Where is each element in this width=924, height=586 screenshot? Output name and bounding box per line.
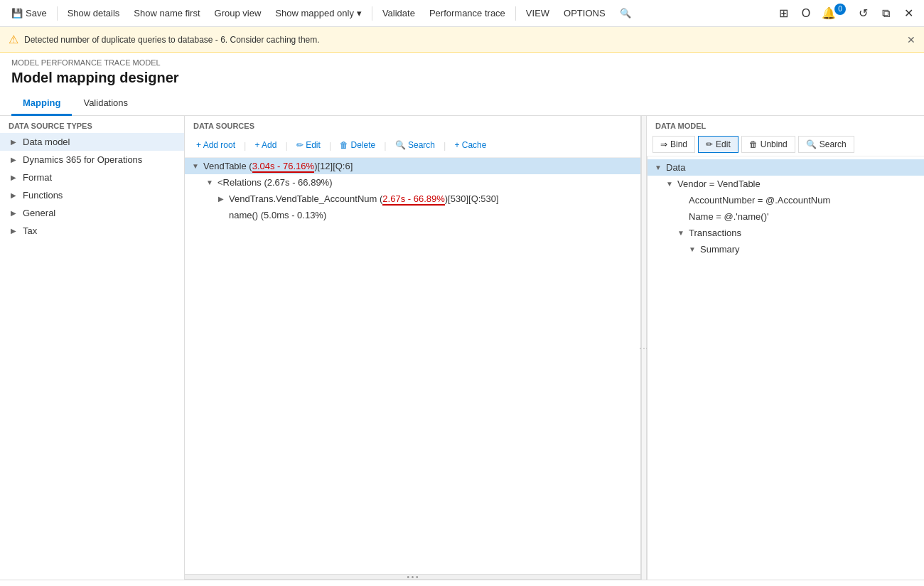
- item-label: Format: [23, 172, 52, 183]
- sidebar-item-functions[interactable]: ▶ Functions: [0, 186, 184, 204]
- separator: [515, 6, 516, 21]
- dm-node-name[interactable]: Name = @.'name()': [648, 208, 924, 225]
- ds-node-vendtable[interactable]: ▼ VendTable (3.04s - 76.16%)[12][Q:6]: [185, 158, 640, 174]
- options-button[interactable]: OPTIONS: [558, 5, 611, 21]
- grid-icon[interactable]: ⊞: [773, 4, 793, 23]
- ds-node-vendtrans[interactable]: ▶ VendTrans.VendTable_AccountNum (2.67s …: [185, 191, 640, 207]
- ds-node-name[interactable]: name() (5.0ms - 0.13%): [185, 207, 640, 223]
- sidebar-item-general[interactable]: ▶ General: [0, 204, 184, 222]
- dm-node-summary[interactable]: ▼ Summary: [648, 241, 924, 257]
- search-icon: 🔍: [620, 8, 631, 18]
- delete-button[interactable]: 🗑 Delete: [334, 137, 381, 153]
- item-label: Functions: [23, 190, 63, 201]
- close-icon[interactable]: ✕: [898, 4, 918, 23]
- expand-icon: ▶: [9, 137, 18, 147]
- vertical-drag-handle[interactable]: • • •: [185, 574, 640, 580]
- bind-button[interactable]: ⇒ Bind: [652, 136, 695, 153]
- item-label: Dynamics 365 for Operations: [23, 154, 142, 165]
- search-ds-button[interactable]: 🔍 Search: [390, 137, 441, 153]
- ds-node-relations[interactable]: ▼ <Relations (2.67s - 66.89%): [185, 174, 640, 191]
- show-mapped-only-button[interactable]: Show mapped only ▾: [269, 5, 367, 21]
- data-model-tree: ▼ Data ▼ Vendor = VendTable AccountNumbe…: [647, 156, 924, 580]
- expand-icon: ▶: [9, 191, 18, 201]
- warning-close-button[interactable]: ✕: [907, 34, 915, 46]
- notification-badge: 0: [834, 4, 846, 15]
- separator: [57, 6, 58, 21]
- data-model-header: DATA MODEL: [647, 116, 924, 133]
- expand-icon: ▶: [216, 195, 226, 203]
- group-view-button[interactable]: Group view: [209, 5, 267, 21]
- dm-node-vendor[interactable]: ▼ Vendor = VendTable: [648, 176, 924, 192]
- add-root-button[interactable]: + Add root: [190, 137, 241, 153]
- search-dm-icon: 🔍: [806, 139, 817, 149]
- sidebar-item-data-model[interactable]: ▶ Data model: [0, 133, 184, 151]
- dm-node-label: Name = @.'name()': [689, 211, 768, 222]
- ds-node-label: <Relations (2.67s - 66.89%): [217, 177, 333, 188]
- data-source-types-panel: DATA SOURCE TYPES ▶ Data model ▶ Dynamic…: [0, 116, 185, 580]
- search-button[interactable]: 🔍: [614, 5, 637, 21]
- bind-icon: ⇒: [660, 139, 667, 149]
- ds-node-label: VendTrans.VendTable_AccountNum (2.67s - …: [229, 193, 499, 204]
- data-sources-toolbar: + Add root | + Add | ✏ Edit | 🗑 Delete |…: [185, 133, 640, 158]
- drag-dots-icon: • • •: [407, 573, 418, 580]
- validate-button[interactable]: Validate: [377, 5, 421, 21]
- window-controls: ⊞ O 🔔 0 ↺ ⧉ ✕: [773, 4, 918, 23]
- dm-node-label: AccountNumber = @.AccountNum: [689, 195, 830, 206]
- sidebar-item-dynamics365[interactable]: ▶ Dynamics 365 for Operations: [0, 151, 184, 169]
- dm-node-data[interactable]: ▼ Data: [648, 159, 924, 176]
- chevron-down-icon: ▾: [357, 8, 362, 18]
- search-dm-button[interactable]: 🔍 Search: [798, 136, 854, 153]
- collapse-icon: ▼: [205, 179, 215, 186]
- tab-validations[interactable]: Validations: [72, 92, 139, 116]
- expand-icon: ▶: [9, 155, 18, 165]
- expand-icon: ▶: [9, 208, 18, 218]
- save-button[interactable]: 💾 Save: [6, 5, 53, 21]
- save-icon: 💾: [11, 8, 23, 18]
- collapse-icon: ▼: [665, 180, 675, 188]
- show-name-first-button[interactable]: Show name first: [128, 5, 205, 21]
- sidebar-item-tax[interactable]: ▶ Tax: [0, 222, 184, 240]
- data-sources-panel: DATA SOURCES + Add root | + Add | ✏ Edit…: [185, 116, 641, 580]
- unbind-button[interactable]: 🗑 Unbind: [741, 136, 795, 153]
- data-sources-tree: ▼ VendTable (3.04s - 76.16%)[12][Q:6] ▼ …: [185, 158, 640, 574]
- dm-node-transactions[interactable]: ▼ Transactions: [648, 225, 924, 241]
- details-section: DETAILS Performance statistics Find in t…: [0, 580, 924, 586]
- edit-icon: ✏: [706, 139, 713, 149]
- data-sources-header: DATA SOURCES: [185, 116, 640, 133]
- col-drag-handle[interactable]: ⋮: [641, 116, 647, 580]
- page-header: MODEL PERFORMANCE TRACE MODEL Model mapp…: [0, 53, 924, 86]
- separator: [372, 6, 372, 21]
- expand-icon: ▶: [9, 173, 18, 183]
- expand-icon: ▶: [9, 226, 18, 236]
- collapse-icon: ▼: [653, 164, 663, 171]
- page-title: Model mapping designer: [11, 70, 913, 86]
- item-label: Data model: [23, 137, 70, 147]
- item-label: General: [23, 208, 55, 218]
- unbind-icon: 🗑: [749, 139, 758, 149]
- edit-dm-button[interactable]: ✏ Edit: [698, 136, 738, 153]
- collapse-icon: ▼: [676, 229, 686, 237]
- ds-node-label: VendTable (3.04s - 76.16%)[12][Q:6]: [203, 161, 353, 171]
- dm-node-accountnumber[interactable]: AccountNumber = @.AccountNum: [648, 192, 924, 208]
- edit-button[interactable]: ✏ Edit: [291, 137, 326, 153]
- breadcrumb: MODEL PERFORMANCE TRACE MODEL: [11, 58, 913, 67]
- show-details-button[interactable]: Show details: [62, 5, 126, 21]
- restore-icon[interactable]: ⧉: [876, 4, 896, 23]
- warning-icon: ⚠: [9, 33, 18, 46]
- tab-mapping[interactable]: Mapping: [11, 92, 72, 116]
- performance-trace-button[interactable]: Performance trace: [424, 5, 511, 21]
- dm-node-label: Summary: [700, 244, 740, 255]
- data-source-types-header: DATA SOURCE TYPES: [0, 116, 184, 133]
- office-icon[interactable]: O: [796, 4, 816, 23]
- refresh-icon[interactable]: ↺: [853, 4, 873, 23]
- cache-button[interactable]: + Cache: [448, 137, 492, 153]
- view-button[interactable]: VIEW: [520, 5, 555, 21]
- title-bar: 💾 Save Show details Show name first Grou…: [0, 0, 924, 27]
- sidebar-item-format[interactable]: ▶ Format: [0, 169, 184, 186]
- ds-node-label: name() (5.0ms - 0.13%): [229, 210, 326, 220]
- warning-banner: ⚠ Detected number of duplicate queries t…: [0, 27, 924, 53]
- data-model-panel: DATA MODEL ⇒ Bind ✏ Edit 🗑 Unbind 🔍 Sear…: [647, 116, 924, 580]
- add-button[interactable]: + Add: [249, 137, 282, 153]
- collapse-icon: ▼: [190, 162, 200, 170]
- tab-bar: Mapping Validations: [0, 92, 924, 116]
